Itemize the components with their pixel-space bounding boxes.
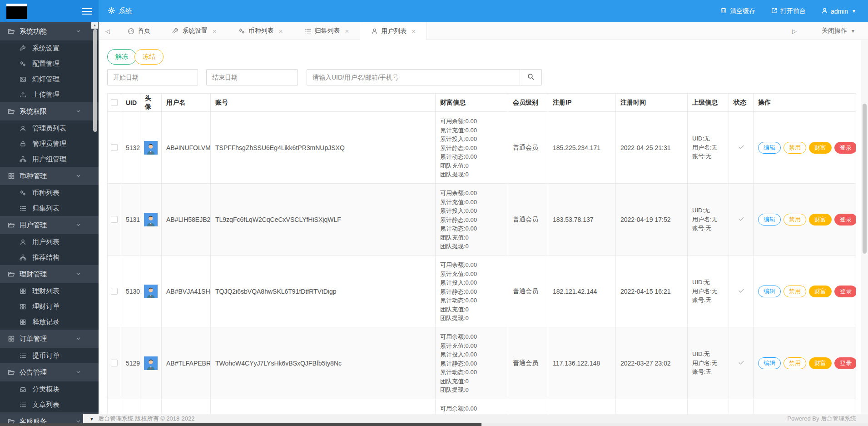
footer-collapse-caret[interactable]: ▼ xyxy=(89,416,94,421)
edit-button[interactable]: 编辑 xyxy=(758,286,781,297)
tab-0[interactable]: 首页 xyxy=(117,22,161,40)
login-button[interactable]: 登录 xyxy=(834,214,856,226)
horizontal-scrollbar-thumb[interactable] xyxy=(0,423,481,426)
search-button[interactable] xyxy=(520,70,541,85)
tabs-scroll-left-button[interactable]: ◁ xyxy=(99,22,117,40)
row-checkbox[interactable] xyxy=(111,216,118,223)
open-frontend-button[interactable]: 打开前台 xyxy=(771,7,806,15)
edit-button[interactable]: 编辑 xyxy=(758,142,781,154)
wealth-info: 可用余额:0.00累计充值:0.00累计投入:0.00累计静态:0.00累计动态… xyxy=(440,117,477,179)
tab-label: 首页 xyxy=(138,27,150,35)
end-date-input[interactable] xyxy=(206,69,298,85)
row-checkbox[interactable] xyxy=(111,288,118,295)
sidebar-item-0-1[interactable]: 配置管理 xyxy=(0,56,99,71)
folder-icon xyxy=(8,28,15,35)
uid-cell: 5132 xyxy=(121,112,140,183)
tab-1[interactable]: 系统设置× xyxy=(161,22,228,40)
wealth-button[interactable]: 财富 xyxy=(809,357,832,369)
tabs-scroll-right-button[interactable]: ▷ xyxy=(785,28,804,35)
close-icon[interactable]: × xyxy=(345,27,349,35)
wealth-cell: 可用余额:0.00累计充值:0.00累计投入:0.00累计静态:0.00累计动态… xyxy=(436,184,508,255)
sidebar-section-3[interactable]: 用户管理 xyxy=(0,216,99,234)
sidebar-item-0-0[interactable]: 系统设置 xyxy=(0,40,99,56)
column-header-3: 用户名 xyxy=(162,94,211,111)
sidebar-section-1[interactable]: 系统权限 xyxy=(0,102,99,120)
column-header-9: 上级信息 xyxy=(688,94,729,111)
admin-user-menu[interactable]: admin ▼ xyxy=(821,7,856,15)
login-button[interactable]: 登录 xyxy=(834,357,856,369)
sidebar-item-6-0[interactable]: 分类模块 xyxy=(0,381,99,397)
external-link-icon xyxy=(771,7,778,15)
sidebar-item-5-0[interactable]: 提币订单 xyxy=(0,348,99,363)
tab-2[interactable]: 币种列表× xyxy=(228,22,294,40)
login-button[interactable]: 登录 xyxy=(834,286,856,297)
close-icon[interactable]: × xyxy=(213,27,217,35)
sidebar-item-1-2[interactable]: 用户组管理 xyxy=(0,151,99,167)
tab-4[interactable]: 用户列表× xyxy=(360,22,427,40)
wealth-info: 可用余额:0.00累计充值:0.00累计投入:0.00累计静态:0.00累计动态… xyxy=(440,261,477,323)
sidebar-item-label: 币种列表 xyxy=(32,189,60,197)
sidebar-scroll-up-arrow[interactable]: ▲ xyxy=(91,22,98,29)
folder-icon xyxy=(8,369,15,376)
sidebar-item-0-3[interactable]: 上传管理 xyxy=(0,87,99,102)
sidebar-item-3-0[interactable]: 用户列表 xyxy=(0,234,99,250)
edit-button[interactable]: 编辑 xyxy=(758,214,781,226)
wealth-button[interactable]: 财富 xyxy=(809,142,832,154)
level-cell: 普通会员 xyxy=(508,327,548,399)
disable-button[interactable]: 禁用 xyxy=(784,286,806,297)
uid-cell: 5131 xyxy=(121,184,140,255)
superior-info: UID:无用户名:无账号:无 xyxy=(692,350,718,376)
disable-button[interactable]: 禁用 xyxy=(784,142,806,154)
sidebar-item-4-2[interactable]: 释放记录 xyxy=(0,314,99,330)
sidebar-item-1-0[interactable]: 管理员列表 xyxy=(0,120,99,136)
wealth-button[interactable]: 财富 xyxy=(809,214,832,226)
list-icon xyxy=(20,401,26,408)
search-input[interactable] xyxy=(307,70,520,85)
inbox-icon xyxy=(20,386,26,393)
tab-bar-right: ▷ 关闭操作 ▼ xyxy=(785,22,868,40)
wealth-button[interactable]: 财富 xyxy=(809,286,832,297)
sidebar-item-2-0[interactable]: 币种列表 xyxy=(0,185,99,200)
gear-icon xyxy=(108,7,115,15)
vertical-scrollbar-thumb[interactable] xyxy=(863,104,867,254)
sidebar-section-5[interactable]: 订单管理 xyxy=(0,330,99,348)
select-all-checkbox[interactable] xyxy=(111,99,118,106)
system-title-label: 系统 xyxy=(119,7,132,15)
disable-button[interactable]: 禁用 xyxy=(784,357,806,369)
sidebar-item-6-1[interactable]: 文章列表 xyxy=(0,397,99,412)
time-cell: 2022-04-19 17:52 xyxy=(616,184,688,255)
close-icon[interactable]: × xyxy=(412,27,416,35)
sidebar-item-4-1[interactable]: 理财订单 xyxy=(0,299,99,314)
sidebar-scrollbar[interactable] xyxy=(93,29,97,132)
footer: ▼ 后台管理系统 版权所有 © 2018-2022 Powered By 后台管… xyxy=(83,414,868,423)
freeze-button[interactable]: 冻结 xyxy=(134,49,164,65)
close-icon[interactable]: × xyxy=(279,27,283,35)
unfreeze-button[interactable]: 解冻 xyxy=(107,49,136,65)
row-checkbox[interactable] xyxy=(111,144,118,151)
disable-button[interactable]: 禁用 xyxy=(784,214,806,226)
grid-icon xyxy=(20,319,26,326)
sidebar-item-2-1[interactable]: 归集列表 xyxy=(0,200,99,216)
sidebar-item-3-1[interactable]: 推荐结构 xyxy=(0,250,99,265)
row-checkbox[interactable] xyxy=(111,360,118,366)
login-button[interactable]: 登录 xyxy=(834,142,856,154)
sidebar-section-6[interactable]: 公告管理 xyxy=(0,363,99,381)
start-date-input[interactable] xyxy=(107,69,198,85)
edit-button[interactable]: 编辑 xyxy=(758,357,781,369)
user-icon xyxy=(20,239,26,246)
table-row-1: 5131AB#LIH58EJB2TL9zqFc6fLqW2CqCeCxVSCLY… xyxy=(108,184,856,256)
sidebar-section-2[interactable]: 币种管理 xyxy=(0,167,99,185)
clear-cache-button[interactable]: 清空缓存 xyxy=(720,7,755,15)
close-operations-dropdown[interactable]: 关闭操作 ▼ xyxy=(804,27,868,35)
sidebar-item-label: 推荐结构 xyxy=(32,253,60,262)
sidebar-section-0[interactable]: 系统功能 xyxy=(0,22,99,40)
sidebar-item-4-0[interactable]: 理财列表 xyxy=(0,283,99,299)
sidebar-item-0-2[interactable]: 幻灯管理 xyxy=(0,71,99,87)
tab-3[interactable]: 归集列表× xyxy=(294,22,360,40)
status-cell xyxy=(729,327,754,399)
hamburger-menu-icon[interactable] xyxy=(82,6,93,16)
sidebar-section-4[interactable]: 理财管理 xyxy=(0,265,99,283)
top-bar: 系统 清空缓存 打开前台 admin ▼ xyxy=(0,0,868,22)
sidebar-item-label: 管理员管理 xyxy=(32,140,66,148)
sidebar-item-1-1[interactable]: 管理员管理 xyxy=(0,136,99,151)
